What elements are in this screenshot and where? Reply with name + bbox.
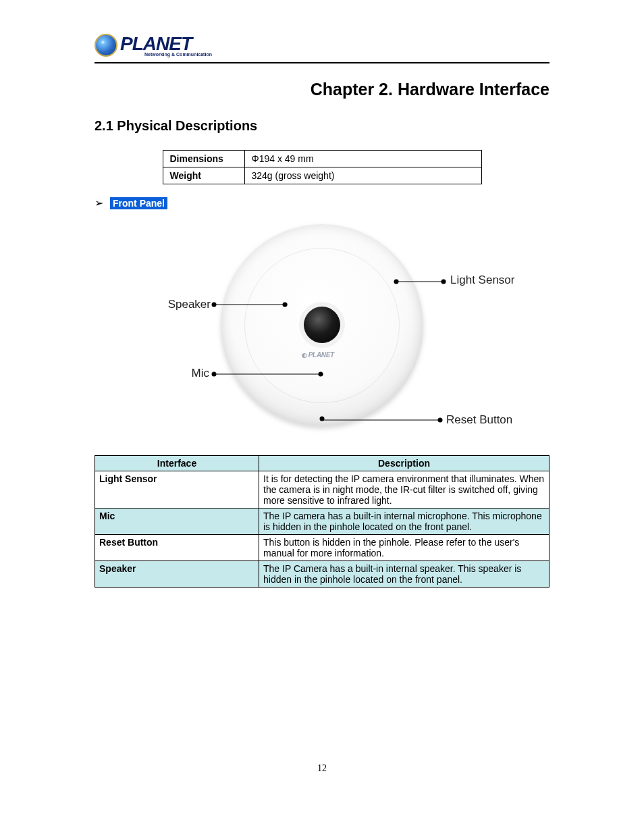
spec-label: Weight <box>163 167 244 184</box>
table-row: Speaker The IP Camera has a built-in int… <box>95 561 549 588</box>
desc-cell: This button is hidden in the pinhole. Pl… <box>259 535 549 561</box>
svg-point-4 <box>212 303 217 307</box>
callout-speaker: Speaker <box>163 298 211 311</box>
pinhole-light <box>395 280 398 283</box>
iface-cell: Light Sensor <box>95 471 259 509</box>
camera-lens <box>304 307 340 343</box>
front-panel-heading: ➢ Front Panel <box>95 197 549 209</box>
page: PLANET Networking & Communication Chapte… <box>0 0 644 801</box>
interface-table: Interface Description Light Sensor It is… <box>95 455 549 588</box>
table-row: Dimensions Φ194 x 49 mm <box>163 151 481 167</box>
table-row: Weight 324g (gross weight) <box>163 167 481 184</box>
iface-cell: Speaker <box>95 561 259 588</box>
table-row: Light Sensor It is for detecting the IP … <box>95 471 549 509</box>
front-panel-label: Front Panel <box>110 197 167 209</box>
desc-cell: It is for detecting the IP camera enviro… <box>259 471 549 509</box>
iface-cell: Reset Button <box>95 535 259 561</box>
svg-point-10 <box>438 418 443 423</box>
callout-light-sensor: Light Sensor <box>450 273 514 287</box>
arrow-icon: ➢ <box>95 197 103 209</box>
iface-cell: Mic <box>95 509 259 535</box>
th-description: Description <box>259 456 549 471</box>
header-rule <box>95 62 549 63</box>
spec-value: Φ194 x 49 mm <box>244 151 481 167</box>
spec-label: Dimensions <box>163 151 244 167</box>
pinhole-reset <box>321 417 323 420</box>
callout-mic: Mic <box>182 367 209 380</box>
table-row: Reset Button This button is hidden in th… <box>95 535 549 561</box>
callout-reset: Reset Button <box>446 413 512 427</box>
logo-text: PLANET <box>120 34 212 53</box>
section-title: 2.1 Physical Descriptions <box>95 118 549 134</box>
pinhole-speaker <box>285 303 288 306</box>
spec-table: Dimensions Φ194 x 49 mm Weight 324g (gro… <box>163 150 482 184</box>
desc-cell: The IP camera has a built-in internal mi… <box>259 509 549 535</box>
globe-icon <box>95 34 117 57</box>
table-header-row: Interface Description <box>95 456 549 471</box>
logo-sub: Networking & Communication <box>144 52 212 57</box>
table-row: Mic The IP camera has a built-in interna… <box>95 509 549 535</box>
svg-point-2 <box>441 280 446 284</box>
pinhole-mic <box>321 373 323 375</box>
chapter-title: Chapter 2. Hardware Interface <box>95 80 549 99</box>
svg-point-7 <box>212 372 217 377</box>
front-panel-diagram: PLANET Light Sensor Speaker Mic Reset Bu… <box>113 217 531 440</box>
logo: PLANET Networking & Communication <box>95 34 549 57</box>
th-interface: Interface <box>95 456 259 471</box>
desc-cell: The IP Camera has a built-in internal sp… <box>259 561 549 588</box>
page-number: 12 <box>95 763 549 774</box>
spec-value: 324g (gross weight) <box>244 167 481 184</box>
device-logo: PLANET <box>302 351 334 359</box>
